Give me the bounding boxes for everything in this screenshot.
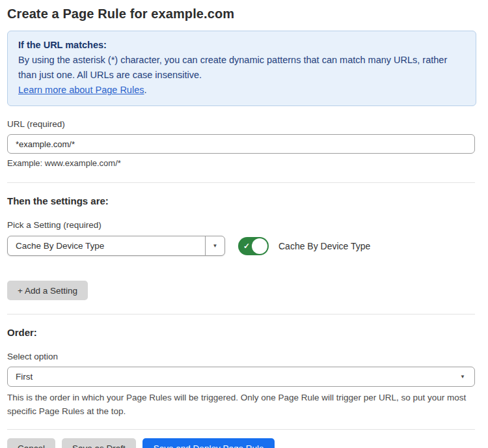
url-match-info-box: If the URL matches: By using the asteris… — [7, 31, 476, 106]
order-section-heading: Order: — [7, 327, 475, 339]
divider — [7, 182, 475, 183]
check-icon: ✓ — [243, 242, 250, 251]
setting-row: Cache By Device Type ▼ ✓ Cache By Device… — [7, 236, 475, 256]
toggle-label: Cache By Device Type — [278, 241, 370, 251]
url-field-label: URL (required) — [7, 119, 475, 130]
cancel-button[interactable]: Cancel — [7, 438, 55, 448]
url-example-helper: Example: www.example.com/* — [7, 158, 475, 169]
link-suffix: . — [144, 85, 146, 95]
info-box-heading: If the URL matches: — [18, 38, 465, 53]
add-setting-button[interactable]: + Add a Setting — [7, 281, 88, 300]
info-box-body: By using the asterisk (*) character, you… — [18, 53, 465, 83]
settings-section-heading: Then the settings are: — [7, 195, 475, 207]
setting-select-value: Cache By Device Type — [8, 236, 205, 255]
setting-select-arrow-button[interactable]: ▼ — [205, 236, 224, 255]
info-link-line: Learn more about Page Rules. — [18, 83, 465, 98]
page-title: Create a Page Rule for example.com — [7, 5, 475, 22]
order-select-value: First — [16, 372, 33, 382]
order-select-label: Select option — [7, 352, 475, 362]
learn-more-link[interactable]: Learn more about Page Rules — [18, 85, 144, 95]
pick-setting-label: Pick a Setting (required) — [7, 220, 475, 231]
save-deploy-button[interactable]: Save and Deploy Page Rule — [142, 438, 275, 448]
divider — [7, 314, 475, 315]
page-rule-form: Create a Page Rule for example.com If th… — [7, 5, 475, 448]
order-select[interactable]: First ▼ — [7, 367, 475, 387]
cache-device-toggle[interactable]: ✓ — [238, 237, 269, 255]
chevron-down-icon: ▼ — [213, 244, 218, 249]
divider — [7, 429, 475, 430]
save-draft-button[interactable]: Save as Draft — [62, 438, 136, 448]
toggle-knob — [252, 238, 267, 254]
chevron-down-icon: ▼ — [460, 374, 465, 380]
footer-actions: Cancel Save as Draft Save and Deploy Pag… — [7, 438, 475, 448]
setting-select[interactable]: Cache By Device Type ▼ — [7, 236, 225, 256]
url-input[interactable] — [7, 134, 475, 154]
order-helper-text: This is the order in which your Page Rul… — [7, 391, 475, 418]
